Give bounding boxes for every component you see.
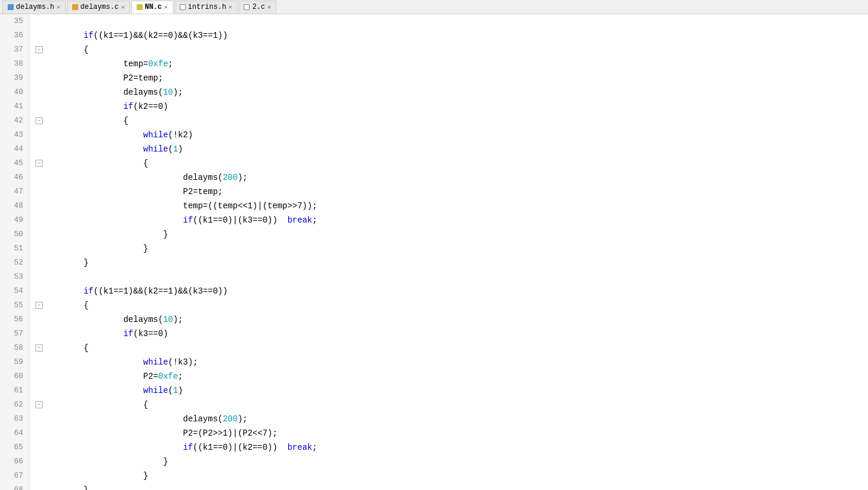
line-number-36: 36 bbox=[0, 28, 25, 43]
code-line-44: while(1) bbox=[36, 142, 868, 156]
code-text-44: while(1) bbox=[44, 142, 183, 156]
fold-marker-58[interactable]: − bbox=[36, 344, 43, 352]
code-text-47: P2=temp; bbox=[44, 185, 222, 199]
fold-marker-37[interactable]: − bbox=[36, 46, 43, 53]
code-line-42: − { bbox=[36, 114, 868, 128]
code-line-62: − { bbox=[36, 398, 868, 412]
line-number-37: 37 bbox=[0, 43, 25, 57]
fold-marker-62[interactable]: − bbox=[36, 401, 43, 408]
tab-intrins-h[interactable]: intrins.h ✕ bbox=[175, 1, 238, 14]
code-text-41: if(k2==0) bbox=[44, 99, 168, 114]
fold-spacer-61 bbox=[36, 383, 44, 398]
line-number-43: 43 bbox=[0, 128, 25, 142]
code-line-52: } bbox=[36, 256, 868, 270]
line-number-64: 64 bbox=[0, 426, 25, 440]
line-number-45: 45 bbox=[0, 156, 25, 170]
line-number-38: 38 bbox=[0, 57, 25, 71]
fold-spacer-56 bbox=[36, 312, 44, 327]
tab-NN-c[interactable]: NN.c ✕ bbox=[131, 1, 173, 14]
code-text-37: { bbox=[44, 43, 89, 57]
tab-label-2c: 2.c bbox=[252, 3, 265, 11]
tab-icon-delayms-c bbox=[72, 4, 78, 10]
tab-icon-NN-c bbox=[137, 4, 143, 10]
code-text-64: P2=(P2>>1)|(P2<<7); bbox=[44, 426, 277, 440]
tab-close-delayms-h[interactable]: ✕ bbox=[57, 4, 60, 11]
code-line-45: − { bbox=[36, 156, 868, 170]
code-text-62: { bbox=[44, 398, 148, 412]
fold-spacer-66 bbox=[36, 454, 44, 469]
line-number-56: 56 bbox=[0, 312, 25, 327]
line-number-59: 59 bbox=[0, 355, 25, 369]
line-number-62: 62 bbox=[0, 398, 25, 412]
fold-spacer-68 bbox=[36, 483, 44, 490]
code-line-46: delayms(200); bbox=[36, 170, 868, 185]
tab-icon-intrins-h bbox=[180, 4, 186, 10]
code-line-55: − { bbox=[36, 298, 868, 312]
code-line-40: delayms(10); bbox=[36, 85, 868, 99]
fold-spacer-40 bbox=[36, 85, 44, 99]
code-text-66: } bbox=[44, 454, 168, 469]
code-line-58: − { bbox=[36, 341, 868, 355]
code-content: if((k1==1)&&(k2==0)&&(k3==1))− { temp=0x… bbox=[30, 14, 868, 490]
fold-spacer-67 bbox=[36, 469, 44, 483]
line-number-39: 39 bbox=[0, 71, 25, 85]
code-line-68: } bbox=[36, 483, 868, 490]
tab-label-NN-c: NN.c bbox=[145, 3, 162, 11]
code-text-45: { bbox=[44, 156, 148, 170]
fold-spacer-57 bbox=[36, 327, 44, 341]
fold-spacer-63 bbox=[36, 412, 44, 426]
code-text-50: } bbox=[44, 227, 168, 241]
line-number-50: 50 bbox=[0, 227, 25, 241]
code-text-38: temp=0xfe; bbox=[44, 57, 173, 71]
code-text-67: } bbox=[44, 469, 148, 483]
code-line-51: } bbox=[36, 241, 868, 256]
code-text-58: { bbox=[44, 341, 89, 355]
tab-close-NN-c[interactable]: ✕ bbox=[164, 4, 168, 11]
tab-delayms-c[interactable]: delayms.c ✕ bbox=[67, 1, 130, 14]
tab-delayms-h[interactable]: delayms.h ✕ bbox=[2, 1, 66, 14]
line-numbers-column: 3536373839404142434445464748495051525354… bbox=[0, 14, 30, 490]
line-number-54: 54 bbox=[0, 284, 25, 298]
code-text-46: delayms(200); bbox=[44, 170, 247, 185]
code-line-66: } bbox=[36, 454, 868, 469]
code-line-41: if(k2==0) bbox=[36, 99, 868, 114]
fold-spacer-52 bbox=[36, 256, 44, 270]
fold-spacer-54 bbox=[36, 284, 44, 298]
code-line-50: } bbox=[36, 227, 868, 241]
tab-close-intrins-h[interactable]: ✕ bbox=[228, 4, 232, 11]
fold-marker-42[interactable]: − bbox=[36, 117, 43, 124]
fold-marker-45[interactable]: − bbox=[36, 160, 43, 167]
tab-close-2c[interactable]: ✕ bbox=[267, 4, 271, 11]
fold-spacer-41 bbox=[36, 99, 44, 114]
code-text-43: while(!k2) bbox=[44, 128, 193, 142]
line-number-67: 67 bbox=[0, 469, 25, 483]
line-number-61: 61 bbox=[0, 383, 25, 398]
tab-close-delayms-c[interactable]: ✕ bbox=[121, 4, 125, 11]
code-text-39: P2=temp; bbox=[44, 71, 163, 85]
code-line-61: while(1) bbox=[36, 383, 868, 398]
fold-spacer-59 bbox=[36, 355, 44, 369]
fold-spacer-36 bbox=[36, 28, 44, 43]
fold-spacer-47 bbox=[36, 185, 44, 199]
fold-spacer-51 bbox=[36, 241, 44, 256]
line-number-41: 41 bbox=[0, 99, 25, 114]
fold-marker-55[interactable]: − bbox=[36, 302, 43, 309]
line-number-44: 44 bbox=[0, 142, 25, 156]
tab-2c[interactable]: 2.c ✕ bbox=[238, 1, 276, 14]
code-text-52: } bbox=[44, 256, 89, 270]
code-line-48: temp=((temp<<1)|(temp>>7)); bbox=[36, 199, 868, 213]
code-line-47: P2=temp; bbox=[36, 185, 868, 199]
code-text-48: temp=((temp<<1)|(temp>>7)); bbox=[44, 199, 317, 213]
line-number-47: 47 bbox=[0, 185, 25, 199]
tab-label-delayms-c: delayms.c bbox=[80, 3, 119, 11]
code-text-65: if((k1==0)|(k2==0)) break; bbox=[44, 440, 317, 454]
fold-spacer-43 bbox=[36, 128, 44, 142]
code-line-59: while(!k3); bbox=[36, 355, 868, 369]
line-number-52: 52 bbox=[0, 256, 25, 270]
code-text-35 bbox=[44, 14, 49, 28]
code-container: 3536373839404142434445464748495051525354… bbox=[0, 14, 868, 490]
tab-label-delayms-h: delayms.h bbox=[16, 3, 54, 11]
fold-spacer-39 bbox=[36, 71, 44, 85]
line-number-49: 49 bbox=[0, 213, 25, 227]
code-line-35 bbox=[36, 14, 868, 28]
